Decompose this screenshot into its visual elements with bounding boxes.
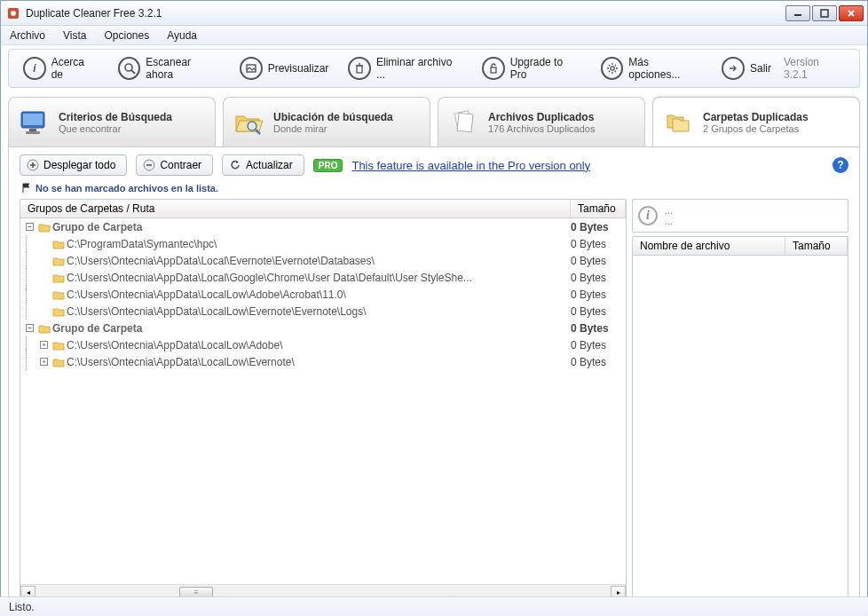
info-icon: i xyxy=(638,206,658,225)
tree-row[interactable]: +C:\Users\Ontecnia\AppData\LocalLow\Adob… xyxy=(20,336,626,353)
more-options-button[interactable]: Más opciones... xyxy=(594,53,709,83)
group-label: Grupo de Carpeta xyxy=(52,221,142,233)
expand-all-button[interactable]: Desplegar todo xyxy=(20,154,127,176)
tab-dupfiles-title: Archivos Duplicados xyxy=(488,111,595,123)
about-button[interactable]: i Acerca de xyxy=(16,53,106,83)
tree-group-row[interactable]: −Grupo de Carpeta0 Bytes xyxy=(20,320,626,336)
tab-dupfolders-title: Carpetas Duplicadas xyxy=(703,111,809,123)
tree-row[interactable]: +C:\Users\Ontecnia\AppData\LocalLow\Ever… xyxy=(20,353,626,370)
folder-icon xyxy=(52,340,65,351)
row-path: C:\Users\Ontecnia\AppData\LocalLow\Evern… xyxy=(67,305,367,318)
row-path: C:\ProgramData\Symantec\hpc\ xyxy=(67,238,217,250)
tabs: Criterios de Búsqueda Que encontrar Ubic… xyxy=(8,97,860,146)
row-size: 0 Bytes xyxy=(571,238,626,250)
svg-rect-13 xyxy=(491,67,496,73)
minimize-button[interactable] xyxy=(785,5,810,21)
scan-label: Escanear ahora xyxy=(146,56,219,81)
tree-row[interactable]: C:\Users\Ontecnia\AppData\LocalLow\Adobe… xyxy=(20,286,626,303)
upgrade-label: Upgrade to Pro xyxy=(510,56,581,81)
exit-icon xyxy=(722,57,745,80)
scan-button[interactable]: Escanear ahora xyxy=(111,53,227,83)
gear-icon xyxy=(601,57,624,80)
svg-rect-30 xyxy=(457,113,473,132)
titlebar: Duplicate Cleaner Free 3.2.1 xyxy=(1,1,867,26)
col-path[interactable]: Grupos de Carpetas / Ruta xyxy=(20,200,571,217)
tab-location-sub: Donde mirar xyxy=(273,123,393,134)
svg-point-7 xyxy=(125,64,132,71)
row-path: C:\Users\Ontecnia\AppData\LocalLow\Evern… xyxy=(67,356,295,368)
tree-row[interactable]: C:\Users\Ontecnia\AppData\LocalLow\Evern… xyxy=(20,303,626,320)
preview-label: Previsualizar xyxy=(268,62,329,75)
row-size: 0 Bytes xyxy=(571,272,626,284)
folder-search-icon xyxy=(233,107,264,138)
statusbar: Listo. xyxy=(0,596,868,616)
folder-icon xyxy=(38,222,51,233)
content-pane: Desplegar todo Contraer Actualizar PRO T… xyxy=(8,146,860,616)
expand-icon[interactable]: + xyxy=(40,341,48,349)
pro-link[interactable]: This feature is available in the Pro ver… xyxy=(351,159,590,172)
tab-location[interactable]: Ubicación de búsqueda Donde mirar xyxy=(223,97,430,146)
tab-criteria-sub: Que encontrar xyxy=(59,123,172,134)
folder-icon xyxy=(52,306,65,317)
group-size: 0 Bytes xyxy=(571,221,626,233)
tree-row[interactable]: C:\Users\Ontecnia\AppData\Local\Evernote… xyxy=(20,252,626,269)
col-size[interactable]: Tamaño xyxy=(571,200,626,217)
tree-group-row[interactable]: −Grupo de Carpeta0 Bytes xyxy=(20,218,626,235)
row-path: C:\Users\Ontecnia\AppData\LocalLow\Adobe… xyxy=(67,339,282,351)
collapse-icon[interactable]: − xyxy=(26,223,34,231)
search-icon xyxy=(118,57,141,80)
detail-dots: ...... xyxy=(665,205,673,226)
tree-row[interactable]: C:\Users\Ontecnia\AppData\Local\Google\C… xyxy=(20,269,626,286)
close-button[interactable] xyxy=(839,5,864,21)
svg-rect-10 xyxy=(357,66,362,73)
svg-point-1 xyxy=(11,11,16,16)
refresh-label: Actualizar xyxy=(246,159,293,171)
pro-badge: PRO xyxy=(313,159,343,172)
collapse-icon[interactable]: − xyxy=(26,324,34,332)
maximize-button[interactable] xyxy=(812,5,837,21)
row-size: 0 Bytes xyxy=(571,305,626,318)
tree-header: Grupos de Carpetas / Ruta Tamaño xyxy=(20,200,626,218)
tree-body[interactable]: −Grupo de Carpeta0 BytesC:\ProgramData\S… xyxy=(20,218,626,584)
preview-button[interactable]: Previsualizar xyxy=(233,54,336,83)
tab-dupfiles[interactable]: Archivos Duplicados 176 Archivos Duplica… xyxy=(438,97,645,146)
folder-icon xyxy=(52,256,65,266)
row-path: C:\Users\Ontecnia\AppData\Local\Evernote… xyxy=(67,255,375,267)
col-filesize[interactable]: Tamaño xyxy=(785,237,848,255)
upgrade-button[interactable]: Upgrade to Pro xyxy=(475,53,588,83)
svg-point-27 xyxy=(248,122,256,130)
tab-location-title: Ubicación de búsqueda xyxy=(273,111,393,123)
tab-criteria[interactable]: Criterios de Búsqueda Que encontrar xyxy=(8,97,216,146)
help-button[interactable]: ? xyxy=(832,157,848,173)
exit-button[interactable]: Salir xyxy=(714,54,778,83)
folder-icon xyxy=(38,323,51,334)
menubar: Archivo Vista Opciones Ayuda xyxy=(1,26,867,45)
collapse-button[interactable]: Contraer xyxy=(136,154,213,176)
svg-line-21 xyxy=(614,65,615,66)
folder-icon xyxy=(52,289,65,300)
detail-info-box: i ...... xyxy=(632,199,848,233)
tab-criteria-title: Criterios de Búsqueda xyxy=(59,111,172,123)
expand-icon[interactable]: + xyxy=(40,358,48,366)
delete-button[interactable]: Eliminar archivo ... xyxy=(341,53,470,83)
file-list-header: Nombre de archivo Tamaño xyxy=(633,237,848,256)
about-label: Acerca de xyxy=(51,56,99,81)
svg-rect-24 xyxy=(23,114,43,125)
tab-dupfolders[interactable]: Carpetas Duplicadas 2 Grupos de Carpetas xyxy=(652,97,860,146)
tree-row[interactable]: C:\ProgramData\Symantec\hpc\0 Bytes xyxy=(20,235,626,252)
collapse-label: Contraer xyxy=(160,159,201,171)
exit-label: Salir xyxy=(750,62,771,75)
menu-archivo[interactable]: Archivo xyxy=(10,29,45,42)
expand-label: Desplegar todo xyxy=(43,159,115,171)
menu-ayuda[interactable]: Ayuda xyxy=(167,29,197,42)
menu-opciones[interactable]: Opciones xyxy=(104,29,149,42)
refresh-icon xyxy=(228,158,242,172)
row-path: C:\Users\Ontecnia\AppData\Local\Google\C… xyxy=(67,272,472,284)
col-filename[interactable]: Nombre de archivo xyxy=(633,237,785,255)
refresh-button[interactable]: Actualizar xyxy=(222,154,304,176)
svg-text:i: i xyxy=(33,62,36,75)
plus-icon xyxy=(26,158,40,172)
svg-rect-25 xyxy=(29,129,36,131)
svg-line-8 xyxy=(131,70,135,74)
menu-vista[interactable]: Vista xyxy=(63,29,86,42)
